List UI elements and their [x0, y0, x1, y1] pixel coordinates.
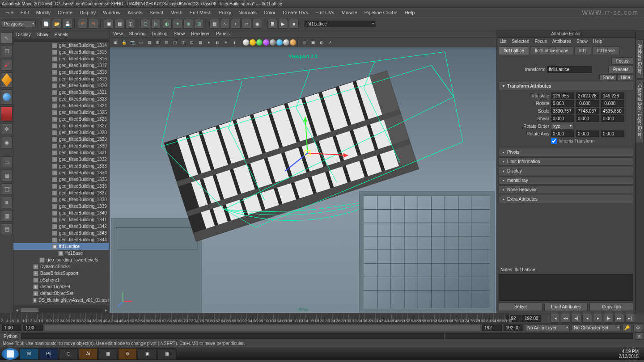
- command-input[interactable]: [21, 333, 444, 339]
- tree-item[interactable]: ▫geo_tiltedBuilding_1343: [13, 230, 109, 236]
- tree-item[interactable]: ▫geo_tiltedBuilding_1344: [13, 236, 109, 243]
- outliner-scrollbar[interactable]: ◂▸: [13, 307, 109, 313]
- menu-proxy[interactable]: Proxy: [215, 9, 235, 16]
- history-icon[interactable]: ≣: [267, 19, 277, 29]
- menu-display[interactable]: Display: [76, 9, 99, 16]
- attr-menu-attributes[interactable]: Attributes: [552, 39, 571, 44]
- rotate-order-dropdown[interactable]: xyz: [551, 123, 573, 130]
- outliner-show[interactable]: Show: [37, 32, 48, 37]
- menu-assets[interactable]: Assets: [124, 9, 146, 16]
- mask-edge-icon[interactable]: ▷: [151, 19, 161, 29]
- section-limit[interactable]: Limit Information: [499, 158, 633, 165]
- scale-y-input[interactable]: [576, 108, 599, 114]
- redo-icon[interactable]: ↷: [89, 19, 98, 29]
- tree-item[interactable]: ▫geo_tiltedBuilding_1320: [13, 82, 109, 89]
- vp-panels[interactable]: Panels: [216, 31, 230, 36]
- tree-item[interactable]: ▫geo_tiltedBuilding_1321: [13, 89, 109, 96]
- load-attributes-button[interactable]: Load Attributes: [544, 303, 588, 311]
- shade-sphere5-icon[interactable]: [270, 39, 276, 46]
- tree-item[interactable]: ○pSphere1: [13, 277, 109, 283]
- step-back-key-icon[interactable]: ◂◂: [561, 314, 571, 323]
- play-fwd-icon[interactable]: ▸: [593, 314, 603, 323]
- shear-z-input[interactable]: [601, 115, 624, 122]
- outliner-panels[interactable]: Panels: [55, 32, 68, 37]
- anim-layer-dropdown[interactable]: No Anim Layer: [525, 324, 570, 331]
- menu-mesh[interactable]: Mesh: [167, 9, 186, 16]
- vp-wireframe-icon[interactable]: ▦: [196, 38, 204, 46]
- tree-item[interactable]: ▫geo_tiltedBuilding_1319: [13, 76, 109, 82]
- attr-menu-help[interactable]: Help: [593, 39, 602, 44]
- shade-sphere1-icon[interactable]: [243, 39, 249, 46]
- tree-item[interactable]: ▫geo_tiltedBuilding_1325: [13, 109, 109, 116]
- rotate-tool-icon[interactable]: [1, 89, 13, 105]
- tree-item[interactable]: ▫geo_tiltedBuilding_1324: [13, 102, 109, 109]
- vp-film-icon[interactable]: ▥: [162, 38, 170, 46]
- shade-sphere6-icon[interactable]: [276, 39, 283, 46]
- layout-two-icon[interactable]: ◫: [1, 183, 13, 195]
- rotate-z-input[interactable]: [601, 100, 624, 107]
- tab-ffd1base[interactable]: ffd1Base: [592, 46, 619, 55]
- vp-lighting[interactable]: Lighting: [152, 31, 167, 36]
- taskbar-unity-icon[interactable]: ⬡: [59, 348, 78, 360]
- vp-xray-icon[interactable]: ▣: [309, 38, 317, 46]
- mask-uv-icon[interactable]: ✦: [173, 19, 182, 29]
- tree-item[interactable]: ▫geo_tiltedBuilding_1318: [13, 69, 109, 76]
- tree-item[interactable]: ▫geo_tiltedBuilding_1336: [13, 183, 109, 189]
- viewport-3d[interactable]: Viewport 2.0: [110, 47, 496, 313]
- attr-menu-list[interactable]: List: [500, 39, 507, 44]
- new-scene-icon[interactable]: 📄: [41, 19, 51, 29]
- tree-item[interactable]: ▫geo_tiltedBuilding_1328: [13, 129, 109, 136]
- tree-item[interactable]: ▫geo_tiltedBuilding_1333: [13, 163, 109, 169]
- tree-item[interactable]: ▫geo_tiltedBuilding_1342: [13, 223, 109, 230]
- section-extra[interactable]: Extra Attributes: [499, 195, 633, 203]
- vp-grid-icon[interactable]: ⊞: [154, 38, 162, 46]
- vp-isolate-icon[interactable]: ◎: [301, 38, 309, 46]
- vp-textured-icon[interactable]: ◐: [213, 38, 221, 46]
- render-icon[interactable]: ▶: [278, 19, 288, 29]
- hide-button[interactable]: Hide: [618, 74, 633, 81]
- taskbar-maya-icon[interactable]: M: [20, 348, 38, 360]
- script-lang-label[interactable]: Python: [0, 334, 21, 339]
- menu-pipeline[interactable]: Pipeline Cache: [361, 9, 401, 16]
- system-clock[interactable]: 4:19 PM 2/13/2015: [615, 349, 643, 359]
- range-slider[interactable]: [45, 325, 480, 331]
- menu-help[interactable]: Help: [401, 9, 419, 16]
- section-display[interactable]: Display: [499, 167, 633, 175]
- step-fwd-key-icon[interactable]: ▸▸: [614, 314, 624, 323]
- translate-x-input[interactable]: [551, 93, 574, 99]
- tree-item[interactable]: ▫geo_tiltedBuilding_1314: [13, 42, 109, 49]
- menu-select[interactable]: Select: [146, 9, 167, 16]
- mask-cv-icon[interactable]: ⊕: [183, 19, 193, 29]
- playback-start-input[interactable]: [23, 324, 43, 331]
- step-fwd-icon[interactable]: |▸: [604, 314, 614, 323]
- tree-item[interactable]: ▫geo_tiltedBuilding_1326: [13, 116, 109, 122]
- menu-window[interactable]: Window: [99, 9, 124, 16]
- tree-item[interactable]: ▫geo_tiltedBuilding_1329: [13, 136, 109, 143]
- range-start-input[interactable]: [2, 324, 21, 331]
- snap-plane-icon[interactable]: ▱: [242, 19, 251, 29]
- attr-menu-focus[interactable]: Focus: [534, 39, 547, 44]
- vp-image-plane-icon[interactable]: ▭: [137, 38, 145, 46]
- menu-edit[interactable]: Edit: [17, 9, 33, 16]
- layout-four-icon[interactable]: ▦: [1, 170, 13, 181]
- step-back-icon[interactable]: ◂|: [572, 314, 581, 323]
- tree-item[interactable]: ◐defaultObjectSet: [13, 290, 109, 297]
- show-button[interactable]: Show: [599, 74, 617, 81]
- node-name-field[interactable]: ffd1Lattice: [304, 21, 376, 27]
- translate-z-input[interactable]: [601, 93, 624, 99]
- character-set-dropdown[interactable]: No Character Set: [572, 324, 621, 331]
- tree-item[interactable]: ▫geo_tiltedBuilding_1317: [13, 62, 109, 69]
- tab-ffd1lattice[interactable]: ffd1Lattice: [499, 46, 529, 55]
- manip-tool-icon[interactable]: ✥: [1, 123, 13, 135]
- paint-tool-icon[interactable]: 🖌: [1, 59, 13, 71]
- tree-item[interactable]: ▫geo_tiltedBuilding_1315: [13, 49, 109, 55]
- shear-y-input[interactable]: [576, 115, 599, 122]
- tree-item[interactable]: ◐defaultLightSet: [13, 283, 109, 290]
- tree-item[interactable]: ▫geo_tiltedBuilding_1316: [13, 55, 109, 62]
- shade-sphere2-icon[interactable]: [250, 39, 256, 46]
- menu-file[interactable]: File: [2, 9, 17, 16]
- focus-button[interactable]: Focus: [611, 57, 633, 65]
- snap-point-icon[interactable]: •: [231, 19, 241, 29]
- play-back-icon[interactable]: ◂: [582, 314, 592, 323]
- lasso-tool-icon[interactable]: ☐: [1, 46, 13, 57]
